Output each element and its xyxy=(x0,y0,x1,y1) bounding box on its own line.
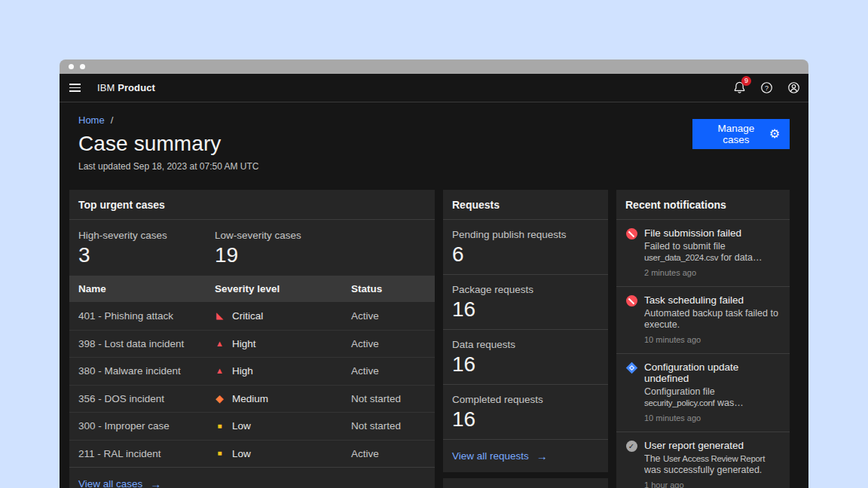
help-button[interactable]: ? xyxy=(757,79,775,97)
notification-title: User report generated xyxy=(644,440,781,451)
requests-panel: Requests Pending publish requests 6 Pack… xyxy=(443,190,608,472)
severity-label: Critical xyxy=(232,310,263,322)
view-all-requests-label: View all requests xyxy=(452,450,529,462)
browser-window: IBM Product 9 ? xyxy=(60,59,808,488)
dashboard-grid: Top urgent cases High-severity cases 3 L… xyxy=(60,190,808,488)
stat-label: Package requests xyxy=(452,284,599,295)
notification-count-badge: 9 xyxy=(741,76,751,86)
table-row[interactable]: 356 - DOS incident ◆Medium Not started xyxy=(69,385,435,413)
case-name: 401 - Phishing attack xyxy=(69,310,206,322)
menu-icon[interactable] xyxy=(68,79,86,97)
view-all-cases-label: View all cases xyxy=(78,478,142,488)
view-all-requests-link[interactable]: View all requests → xyxy=(443,440,608,472)
severity-label: Hight xyxy=(232,338,256,349)
breadcrumb-separator: / xyxy=(111,114,114,126)
manage-cases-button[interactable]: Manage cases ⚙ xyxy=(692,119,790,149)
error-misuse-icon xyxy=(626,228,637,239)
case-name: 211 - RAL incident xyxy=(69,448,206,459)
severity-label: High xyxy=(232,365,253,377)
stat-label: Data requests xyxy=(452,339,599,350)
view-all-cases-link[interactable]: View all cases → xyxy=(69,467,435,488)
notification-time: 1 hour ago xyxy=(644,480,781,488)
user-account-button[interactable] xyxy=(784,79,802,97)
table-row[interactable]: 211 - RAL incident ■Low Active xyxy=(69,440,435,468)
severity-medium-icon: ◆ xyxy=(215,393,225,404)
panel-title-top-urgent-cases: Top urgent cases xyxy=(69,190,435,220)
notification-time: 10 minutes ago xyxy=(644,413,781,425)
gear-icon: ⚙ xyxy=(769,128,780,140)
stat-value: 16 xyxy=(452,297,599,322)
notification-title: File submission failed xyxy=(644,227,781,239)
stat-data-requests: Data requests 16 xyxy=(443,330,608,385)
column-header-severity: Severity level xyxy=(206,283,342,294)
notification-item[interactable]: ✓ User report generated The User Access … xyxy=(616,432,790,488)
manage-cases-label: Manage cases xyxy=(703,123,769,145)
column-header-status: Status xyxy=(342,283,435,294)
middle-column: Requests Pending publish requests 6 Pack… xyxy=(443,190,608,488)
last-updated-text: Last updated Sep 18, 2023 at 07:50 AM UT… xyxy=(78,161,790,172)
notification-item[interactable]: Task scheduling failed Automated backup … xyxy=(616,287,790,354)
top-navigation-bar: IBM Product 9 ? xyxy=(60,74,808,102)
panel-title-recent-notifications: Recent notifications xyxy=(616,190,790,220)
severity-high-icon: ▲ xyxy=(215,340,225,348)
threat-score-panel: Threat score xyxy=(443,478,608,488)
case-status: Not started xyxy=(342,420,435,432)
notification-body: Automated backup task failed to execute. xyxy=(644,308,781,331)
svg-text:?: ? xyxy=(764,84,768,92)
checkmark-filled-icon: ✓ xyxy=(626,441,637,452)
stat-high-severity: High-severity cases 3 xyxy=(78,230,215,268)
error-misuse-icon xyxy=(626,295,637,307)
user-avatar-icon xyxy=(787,81,801,95)
help-icon: ? xyxy=(760,81,774,95)
window-titlebar xyxy=(60,59,808,74)
column-header-name: Name xyxy=(69,283,206,294)
notification-body: The User Access Review Report was succes… xyxy=(644,453,781,476)
recent-notifications-panel: Recent notifications File submission fai… xyxy=(616,190,790,488)
case-status: Not started xyxy=(342,393,435,404)
notification-title: Task scheduling failed xyxy=(644,294,781,306)
top-urgent-cases-panel: Top urgent cases High-severity cases 3 L… xyxy=(69,190,435,488)
window-control-dot[interactable] xyxy=(69,64,74,69)
notification-item[interactable]: File submission failed Failed to submit … xyxy=(616,220,790,287)
stat-value: 16 xyxy=(452,407,599,432)
breadcrumb: Home / xyxy=(78,114,790,126)
stat-value: 3 xyxy=(78,242,215,268)
severity-label: Low xyxy=(232,420,251,432)
case-name: 356 - DOS incident xyxy=(69,393,206,404)
file-name-text: user_data_2024.csv xyxy=(644,253,718,262)
table-row[interactable]: 380 - Malware incident ▲High Active xyxy=(69,357,435,385)
severity-low-icon: ■ xyxy=(215,422,225,430)
window-control-dot[interactable] xyxy=(80,64,85,69)
notifications-button[interactable]: 9 xyxy=(730,79,748,97)
page-title: Case summary xyxy=(78,132,790,156)
notification-item[interactable]: Configuration update undefined Configura… xyxy=(616,354,790,432)
report-name-text: User Access Review Report xyxy=(663,454,765,463)
case-status: Active xyxy=(342,365,435,377)
table-row[interactable]: 398 - Lost data incident ▲Hight Active xyxy=(69,330,435,358)
table-row[interactable]: 300 - Improper case ■Low Not started xyxy=(69,412,435,440)
brand-prefix: IBM xyxy=(97,82,115,93)
severity-label: Low xyxy=(232,448,251,459)
notification-title: Configuration update undefined xyxy=(644,361,781,384)
stat-label: Pending publish requests xyxy=(452,229,599,240)
urgent-cases-stats: High-severity cases 3 Low-severity cases… xyxy=(69,220,435,276)
stat-value: 6 xyxy=(452,242,599,267)
notification-time: 2 minutes ago xyxy=(644,268,781,279)
severity-critical-icon: ◣ xyxy=(215,311,225,320)
severity-high-icon: ▲ xyxy=(215,367,225,375)
stat-value: 19 xyxy=(215,242,351,268)
table-row[interactable]: 401 - Phishing attack ◣Critical Active xyxy=(69,302,435,330)
case-name: 300 - Improper case xyxy=(69,420,206,432)
case-status: Active xyxy=(342,448,435,459)
panel-title-threat-score: Threat score xyxy=(443,478,608,488)
stat-label: High-severity cases xyxy=(78,230,215,241)
breadcrumb-home-link[interactable]: Home xyxy=(78,114,105,126)
stat-label: Low-severity cases xyxy=(215,230,351,241)
stat-value: 16 xyxy=(452,352,599,377)
stat-low-severity: Low-severity cases 19 xyxy=(215,230,351,268)
app-content: IBM Product 9 ? xyxy=(60,74,808,488)
page-header: Home / Case summary Last updated Sep 18,… xyxy=(60,102,808,172)
case-name: 380 - Malware incident xyxy=(69,365,206,377)
severity-label: Medium xyxy=(232,393,268,404)
brand-title: IBM Product xyxy=(97,82,155,93)
